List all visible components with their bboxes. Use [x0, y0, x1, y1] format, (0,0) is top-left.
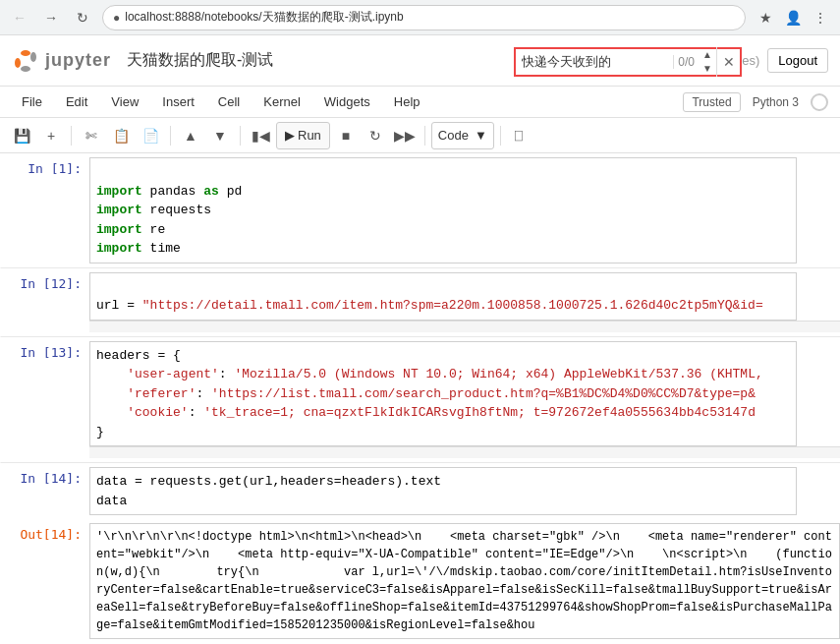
copy-button[interactable]: 📋	[107, 122, 135, 149]
toolbar-separator-2	[170, 126, 171, 146]
trusted-badge[interactable]: Trusted	[683, 92, 740, 112]
interrupt-button[interactable]: ■	[332, 122, 360, 149]
cell-3-body: headers = { 'user-agent': 'Mozilla/5.0 (…	[89, 341, 840, 459]
forward-button[interactable]: →	[39, 6, 63, 29]
svg-point-0	[21, 50, 30, 56]
account-button[interactable]: 👤	[781, 6, 805, 29]
toolbar: 💾 + ✄ 📋 📄 ▲ ▼ ▮◀ ▶ Run ■ ↻ ▶▶ Code ▼ ⎕	[0, 118, 840, 153]
search-close-button[interactable]: ✕	[716, 47, 740, 77]
svg-point-1	[21, 66, 30, 72]
cell-3-scrollbar[interactable]	[89, 446, 840, 458]
cell-type-selector[interactable]: Code ▼	[431, 122, 494, 149]
cell-3-input[interactable]: headers = { 'user-agent': 'Mozilla/5.0 (…	[89, 341, 797, 447]
menu-widgets[interactable]: Widgets	[314, 90, 380, 113]
lock-icon: ●	[113, 11, 120, 25]
menu-file[interactable]: File	[12, 90, 52, 113]
cell-3: In [13]: headers = { 'user-agent': 'Mozi…	[0, 336, 840, 463]
jupyter-logo: jupyter	[12, 47, 111, 75]
restart-run-button[interactable]: ▶▶	[391, 122, 419, 149]
search-up-button[interactable]: ▲	[699, 48, 716, 62]
url-text: localhost:8888/notebooks/天猫数据的爬取-测试.ipyn…	[125, 9, 403, 26]
paste-button[interactable]: 📄	[137, 122, 164, 149]
run-icon: ▶	[285, 128, 295, 143]
toolbar-separator-5	[500, 126, 501, 146]
cell-2: In [12]: url = "https://detail.tmall.com…	[0, 267, 840, 336]
cut-button[interactable]: ✄	[78, 122, 105, 149]
move-up-button[interactable]: ▲	[177, 122, 204, 149]
toolbar-separator-1	[71, 126, 72, 146]
run-label: Run	[298, 128, 321, 143]
logout-button[interactable]: Logout	[767, 48, 828, 73]
cell-1-input[interactable]: import pandas as pd import requests impo…	[89, 157, 797, 263]
fast-backward-button[interactable]: ▮◀	[247, 122, 274, 149]
add-cell-button[interactable]: +	[37, 122, 65, 149]
kernel-status-icon	[811, 93, 828, 111]
back-button[interactable]: ←	[8, 6, 31, 29]
notebook-content: In [1]: import pandas as pd import reque…	[0, 153, 840, 644]
search-nav: ▲ ▼	[699, 48, 716, 76]
kernel-info: Python 3	[745, 93, 807, 111]
cell-1-body: import pandas as pd import requests impo…	[89, 157, 840, 263]
cell-2-scrollbar[interactable]	[89, 321, 840, 332]
menu-kernel[interactable]: Kernel	[253, 90, 310, 113]
menubar: File Edit View Insert Cell Kernel Widget…	[0, 87, 840, 118]
cell-4-prompt: In [14]:	[1, 467, 89, 515]
restart-button[interactable]: ↻	[362, 122, 389, 149]
menu-help[interactable]: Help	[384, 90, 430, 113]
jupyter-header: jupyter 天猫数据的爬取-测试 (unsaved changes) 0/0…	[0, 35, 840, 87]
menu-button[interactable]: ⋮	[809, 6, 832, 29]
save-button[interactable]: 💾	[8, 122, 35, 149]
cell-1-prompt: In [1]:	[1, 157, 89, 263]
browser-actions: ★ 👤 ⋮	[754, 6, 832, 29]
search-down-button[interactable]: ▼	[699, 62, 716, 76]
bookmark-button[interactable]: ★	[754, 6, 777, 29]
search-count: 0/0	[673, 55, 699, 69]
cell-4: In [14]: data = requests.get(url,headers…	[0, 462, 840, 519]
move-down-button[interactable]: ▼	[206, 122, 234, 149]
menu-insert[interactable]: Insert	[152, 90, 204, 113]
cell-3-prompt: In [13]:	[1, 341, 89, 459]
menu-edit[interactable]: Edit	[56, 90, 97, 113]
cell-2-body: url = "https://detail.tmall.com/item.htm…	[89, 272, 840, 332]
run-button[interactable]: ▶ Run	[276, 122, 330, 149]
toolbar-separator-3	[240, 126, 241, 146]
search-box: 0/0 ▲ ▼ ✕	[514, 47, 742, 77]
cell-type-arrow: ▼	[475, 128, 487, 143]
cell-type-label: Code	[438, 128, 469, 143]
output-14-prompt: Out[14]:	[1, 523, 89, 639]
jupyter-logo-text: jupyter	[45, 50, 111, 71]
keyboard-shortcuts-button[interactable]: ⎕	[507, 124, 531, 147]
output-14-text[interactable]: '\r\n\r\n\r\n<!doctype html>\n<html>\n<h…	[89, 523, 840, 639]
cell-4-body: data = requests.get(url,headers=headers)…	[89, 467, 840, 515]
menu-view[interactable]: View	[101, 90, 148, 113]
cell-2-input[interactable]: url = "https://detail.tmall.com/item.htm…	[89, 272, 797, 321]
output-14-body: '\r\n\r\n\r\n<!doctype html>\n<html>\n<h…	[89, 523, 840, 639]
menu-cell[interactable]: Cell	[208, 90, 250, 113]
reload-button[interactable]: ↻	[71, 6, 94, 29]
browser-chrome: ← → ↻ ● localhost:8888/notebooks/天猫数据的爬取…	[0, 0, 840, 35]
address-bar[interactable]: ● localhost:8888/notebooks/天猫数据的爬取-测试.ip…	[102, 5, 746, 30]
cell-2-prompt: In [12]:	[1, 272, 89, 332]
search-input[interactable]	[516, 53, 673, 72]
cell-1: In [1]: import pandas as pd import reque…	[0, 153, 840, 267]
svg-point-2	[15, 58, 21, 68]
cell-4-input[interactable]: data = requests.get(url,headers=headers)…	[89, 467, 797, 515]
cell-4-output: Out[14]: '\r\n\r\n\r\n<!doctype html>\n<…	[0, 519, 840, 643]
jupyter-logo-icon	[12, 47, 39, 75]
toolbar-separator-4	[424, 126, 425, 146]
svg-point-3	[30, 52, 36, 62]
